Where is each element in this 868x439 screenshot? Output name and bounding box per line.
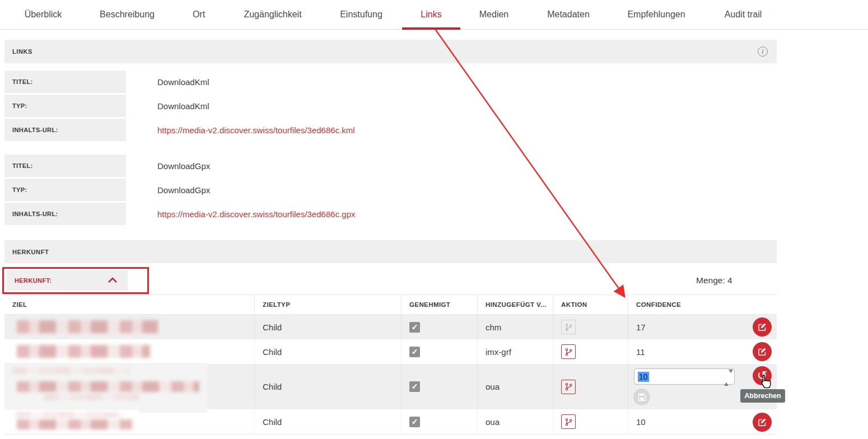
titel-label: TITEL: xyxy=(4,71,126,93)
hierarchy-action-button[interactable] xyxy=(561,414,576,429)
titel-value: DownloadKml xyxy=(157,71,209,93)
edit-pencil-icon xyxy=(758,418,767,427)
zieltyp-value: Child xyxy=(255,315,402,339)
tab-metadaten[interactable]: Metadaten xyxy=(547,10,590,20)
genehmigt-checkbox[interactable] xyxy=(409,417,420,427)
edit-confidence-button[interactable] xyxy=(753,342,772,361)
edit-confidence-button[interactable] xyxy=(753,413,772,432)
col-hinzugefuegt-von: HINZUGEFÜGT V... xyxy=(478,295,553,314)
tab-audit-trail[interactable]: Audit trail xyxy=(725,10,762,20)
typ-label: TYP: xyxy=(4,179,126,201)
typ-value: DownloadKml xyxy=(157,95,209,117)
save-confidence-button[interactable] xyxy=(633,389,650,405)
links-section-title: LINKS xyxy=(12,48,32,55)
chevron-up-icon[interactable] xyxy=(108,277,118,283)
hierarchy-action-button[interactable] xyxy=(561,320,576,334)
redaction-panel xyxy=(4,410,139,433)
col-confidence: CONFIDENCE xyxy=(628,295,777,314)
tab-zugaenglichkeit[interactable]: Zugänglichkeit xyxy=(244,10,301,20)
confidence-input-selected-text: 10 xyxy=(638,372,649,382)
links-admin-page: Überblick Beschreibung Ort Zugänglichkei… xyxy=(0,0,868,439)
hinzugefuegt-von-value: imx-grf xyxy=(478,339,553,364)
genehmigt-checkbox[interactable] xyxy=(409,381,420,392)
table-header: ZIEL ZIELTYP GENEHMIGT HINZUGEFÜGT V... … xyxy=(4,295,777,315)
zieltyp-value: Child xyxy=(255,409,402,434)
stepper-up-icon[interactable] xyxy=(724,373,729,386)
hinzugefuegt-von-value: oua xyxy=(478,364,553,409)
tab-einstufung[interactable]: Einstufung xyxy=(340,10,382,20)
titel-value: DownloadGpx xyxy=(157,155,210,177)
redacted-ziel-text xyxy=(17,320,158,333)
edit-pencil-icon xyxy=(758,323,767,331)
git-branch-icon xyxy=(564,382,573,391)
redacted-ziel-text xyxy=(17,381,199,392)
col-aktion: AKTION xyxy=(553,295,628,314)
inhalts-url-link[interactable]: https://media-v2.discover.swiss/tourfile… xyxy=(157,119,355,141)
redacted-ziel-text xyxy=(12,367,130,374)
tab-empfehlungen[interactable]: Empfehlungen xyxy=(627,10,685,20)
tab-medien[interactable]: Medien xyxy=(479,10,508,20)
edit-confidence-button[interactable] xyxy=(753,317,772,337)
active-tab-underline xyxy=(402,27,460,30)
stepper-down-icon[interactable] xyxy=(729,370,733,382)
titel-label: TITEL: xyxy=(4,155,126,177)
inhalts-url-link[interactable]: https://media-v2.discover.swiss/tourfile… xyxy=(157,203,356,225)
git-branch-icon xyxy=(564,323,573,331)
git-branch-icon xyxy=(564,348,573,356)
menge-count: Menge: 4 xyxy=(696,275,732,286)
confidence-input[interactable]: 10 xyxy=(634,368,735,385)
tab-links[interactable]: Links xyxy=(421,10,441,20)
inhalts-url-label: INHALTS-URL: xyxy=(4,203,126,225)
redacted-ziel-text xyxy=(17,345,150,358)
tab-ueberblick[interactable]: Überblick xyxy=(25,10,62,20)
tab-ort[interactable]: Ort xyxy=(193,10,205,20)
zieltyp-value: Child xyxy=(255,364,402,409)
tab-bar: Überblick Beschreibung Ort Zugänglichkei… xyxy=(0,0,868,30)
tooltip: Abbrechen xyxy=(740,389,785,403)
genehmigt-checkbox[interactable] xyxy=(409,347,420,357)
zieltyp-value: Child xyxy=(255,339,402,364)
git-branch-icon xyxy=(564,418,573,426)
inhalts-url-label: INHALTS-URL: xyxy=(4,119,126,141)
herkunft-section-header: HERKUNFT xyxy=(4,240,777,263)
col-ziel: ZIEL xyxy=(4,295,255,314)
genehmigt-checkbox[interactable] xyxy=(409,322,420,333)
herkunft-section-title: HERKUNFT xyxy=(12,249,49,255)
redacted-ziel-text xyxy=(17,419,132,429)
tooltip-text: Abbrechen xyxy=(744,392,781,400)
herkunft-field-label: HERKUNFT: xyxy=(15,277,52,284)
tab-beschreibung[interactable]: Beschreibung xyxy=(100,10,155,20)
herkunft-collapse-toggle[interactable]: HERKUNFT: xyxy=(7,270,128,291)
hinzugefuegt-von-value: oua xyxy=(478,409,553,434)
hinzugefuegt-von-value: chm xyxy=(478,315,553,339)
edit-pencil-icon xyxy=(758,347,767,356)
typ-label: TYP: xyxy=(4,95,126,117)
redaction-panel xyxy=(4,363,207,413)
redacted-ziel-text xyxy=(16,412,122,418)
info-icon[interactable]: i xyxy=(758,46,768,57)
col-genehmigt: GENEHMIGT xyxy=(402,295,478,314)
save-disk-icon xyxy=(638,393,646,401)
hierarchy-action-button[interactable] xyxy=(561,344,576,359)
links-section-header: LINKS i xyxy=(4,40,777,63)
cancel-undo-button[interactable]: ↺ xyxy=(753,366,772,385)
col-zieltyp: ZIELTYP xyxy=(255,295,402,314)
redacted-ziel-text xyxy=(44,394,139,400)
hierarchy-action-button[interactable] xyxy=(561,380,576,394)
number-stepper[interactable] xyxy=(724,373,729,381)
typ-value: DownloadGpx xyxy=(157,179,210,201)
